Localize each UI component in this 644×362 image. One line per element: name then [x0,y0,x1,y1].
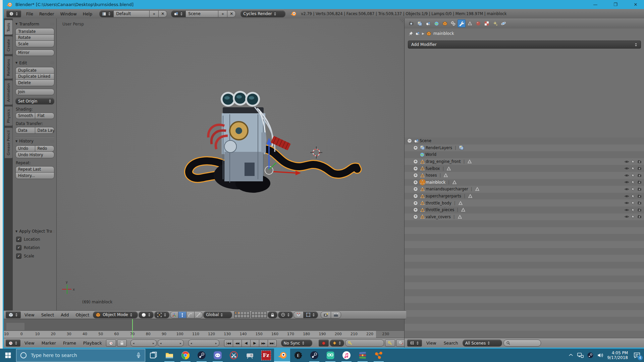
outliner-item-label[interactable]: throttle_body [426,201,451,205]
apply-scale-checkbox[interactable]: ✓ [16,253,21,259]
editor-type-button[interactable]: i [6,10,21,17]
viewport-menu-view[interactable]: View [21,312,38,317]
volume-icon[interactable] [597,352,604,359]
menu-help[interactable]: Help [80,11,96,16]
visibility-eye-icon[interactable] [625,187,629,191]
mode-select[interactable]: Object Mode [93,311,138,318]
layer-cell[interactable] [261,312,264,315]
scene-browse-button[interactable] [171,10,186,17]
selectability-icon[interactable] [631,173,635,178]
menu-file[interactable]: File [23,11,36,16]
visibility-eye-icon[interactable] [625,173,629,178]
outliner-row[interactable]: World [405,151,644,158]
layer-cell[interactable] [234,315,237,318]
outliner-item-label[interactable]: throttle_pieces [426,207,454,212]
meshdata-icon[interactable] [443,173,448,178]
translate-button[interactable]: Translate [15,28,54,35]
outliner-expander-icon[interactable]: + [413,145,418,150]
taskbar-app-chrome[interactable] [177,349,194,362]
outliner-editor-type-button[interactable] [407,340,422,347]
duplicate-linked-button[interactable]: Duplicate Linked [15,73,54,80]
layer-grid-1[interactable] [234,311,250,318]
visibility-eye-icon[interactable] [625,215,629,219]
meshdata-icon[interactable] [468,194,473,198]
layer-cell[interactable] [264,315,267,318]
end-frame-field[interactable]: ◂▸ [158,340,184,347]
delete-layout-button[interactable]: ✕ [158,10,167,17]
visibility-eye-icon[interactable] [625,166,629,171]
selectability-icon[interactable] [631,194,635,198]
outliner-expander-icon[interactable]: + [413,187,418,191]
manipulator-translate[interactable] [178,311,186,318]
outliner-row[interactable]: +RenderLayers| [405,144,644,152]
network-icon[interactable] [577,352,584,359]
properties-tab-scene[interactable] [424,19,432,27]
taskbar-app-winrar[interactable] [355,349,371,362]
renderability-icon[interactable] [637,201,642,205]
properties-tab-modifiers[interactable] [458,19,466,27]
add-modifier-dropdown[interactable]: Add Modifier [408,41,641,49]
next-keyframe-button[interactable]: ▶▶ [259,340,268,347]
outliner-item-label[interactable]: mainblock [426,180,445,185]
visibility-eye-icon[interactable] [625,160,629,164]
timeline-menu-frame[interactable]: Frame [60,341,79,346]
timeline-menu-playback[interactable]: Playback [80,341,105,346]
outliner-expander-icon[interactable]: + [413,159,418,164]
viewport-menu-select[interactable]: Select [38,312,57,317]
layer-cell[interactable] [247,312,250,315]
microphone-icon[interactable] [136,352,142,358]
play-button[interactable]: ▶ [250,340,259,347]
toolshelf-tab-grease-pencil[interactable]: Grease Pencil [5,127,13,158]
render-engine-select[interactable]: Cycles Render [240,10,285,17]
outliner-expander-icon[interactable]: + [413,201,418,205]
properties-tab-world[interactable] [432,19,440,27]
delete-button[interactable]: Delete [15,79,54,86]
outliner-menu-search[interactable]: Search [441,341,461,346]
taskbar-app-filezilla[interactable]: Fz [258,349,274,362]
manipulator-rotate[interactable] [186,311,195,318]
apply-rotation-checkbox[interactable]: ✓ [16,245,21,250]
outliner-item-label[interactable]: drag_engine_front [426,159,461,164]
taskbar-app-projector-app[interactable] [242,349,258,362]
apply-location-checkbox[interactable]: ✓ [16,237,21,242]
layer-cell[interactable] [234,312,237,315]
meshdata-icon[interactable] [467,159,472,164]
outliner-expander-icon[interactable]: − [407,138,412,143]
outliner-menu-view[interactable]: View [423,341,439,346]
selectability-icon[interactable] [631,187,635,191]
outliner-row[interactable]: +valve_covers| [405,214,644,221]
panel-header-history[interactable]: ▼History [15,138,54,144]
outliner-row[interactable]: −Scene [405,137,644,144]
outliner-expander-icon[interactable]: + [413,166,418,171]
outliner-item-label[interactable]: hoses [426,173,437,178]
panel-header-apply-transform[interactable]: ▼Apply Object Transform [15,229,54,234]
tray-clock[interactable]: 4:05 PM 9/17/2018 [607,351,628,360]
outliner-expander-icon[interactable]: + [413,180,418,185]
manipulator-toggle[interactable] [170,311,178,318]
renderability-icon[interactable] [637,180,642,184]
layer-cell[interactable] [261,315,264,318]
selectability-icon[interactable] [631,180,635,184]
taskbar-app-streamlabs-obs[interactable] [322,349,338,362]
timeline-channel-area[interactable] [4,318,404,331]
opengl-animation-button[interactable] [331,311,341,318]
jump-to-end-button[interactable]: ▶▶| [268,340,277,347]
toolshelf-tab-tools[interactable]: Tools [5,20,13,35]
outliner-item-label[interactable]: RenderLayers [426,145,452,150]
outliner-row[interactable]: +maniandsupercharger| [405,186,644,193]
outliner-item-label[interactable]: valve_covers [426,215,451,219]
timeline-menu-marker[interactable]: Marker [39,341,59,346]
renderability-icon[interactable] [637,173,642,178]
previous-keyframe-button[interactable]: ◀◀ [233,340,242,347]
lock-time-button[interactable] [117,340,127,347]
repeat-history-button[interactable]: History... [15,172,54,179]
outliner-row[interactable]: +throttle_pieces| [405,206,644,214]
toolshelf-tab-physics[interactable]: Physics [5,106,13,126]
steam-tray-icon[interactable] [587,352,594,359]
renderability-icon[interactable] [637,160,642,164]
selectability-icon[interactable] [631,215,635,219]
taskbar-app-steam[interactable] [194,349,210,362]
layer-cell[interactable] [255,312,258,315]
repeat-last-button[interactable]: Repeat Last [15,166,54,173]
add-layout-button[interactable]: ＋ [149,10,159,17]
